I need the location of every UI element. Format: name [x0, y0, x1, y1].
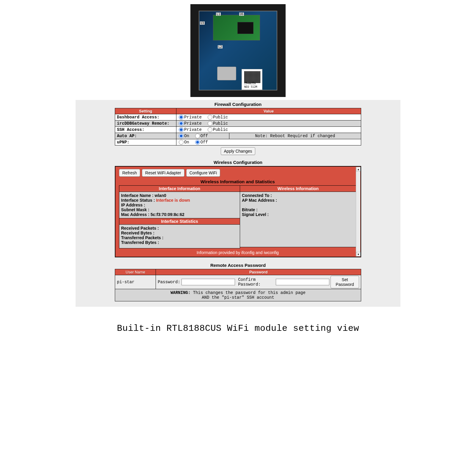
- qr-serial: 23480520: [244, 82, 256, 85]
- iface-ip: IP Address :: [121, 203, 238, 207]
- username-value: pi-star: [115, 275, 156, 289]
- ap-mac: AP Mac Address :: [242, 198, 354, 203]
- pcb-label-u3: U3: [200, 21, 205, 25]
- iface-info-body: Interface Name : wlan0 Interface Status …: [119, 192, 240, 218]
- col-username: User Name: [115, 269, 156, 275]
- ircddb-private-radio[interactable]: [179, 121, 184, 126]
- confirm-password-label: Confirm Password:: [238, 277, 274, 287]
- public-label: Public: [213, 115, 228, 120]
- tx-bytes: Transferred Bytes :: [121, 240, 238, 245]
- iface-stats-body: Received Packets : Received Bytes : Tran…: [119, 225, 240, 248]
- wireless-heading: Wireless Configuration: [76, 158, 400, 166]
- rx-packets: Received Packets :: [121, 226, 238, 231]
- ircddb-remote-label: ircDDBGateway Remote:: [115, 120, 176, 127]
- wireless-subheading: Wireless Information and Statistics: [119, 178, 356, 185]
- dashboard-access-label: Dashboard Access:: [115, 114, 176, 120]
- autoap-note: Note: Reboot Required if changed: [229, 133, 361, 139]
- scroll-up-icon[interactable]: ▴: [356, 167, 361, 171]
- private-label: Private: [184, 115, 202, 120]
- bitrate: Bitrate :: [242, 207, 354, 212]
- qr-model: NEO 512M: [244, 85, 257, 88]
- remote-password-table: User Name Password pi-star Password: Con…: [115, 269, 361, 301]
- pcb-label-l2: L2: [218, 45, 223, 48]
- autoap-on-radio[interactable]: [179, 134, 184, 138]
- tx-packets: Transferred Packets :: [121, 235, 238, 240]
- dashboard-access-private-radio[interactable]: [179, 115, 184, 120]
- upnp-off-radio[interactable]: [195, 140, 200, 145]
- wireless-footer: Information provided by ifconfig and iwc…: [119, 248, 356, 255]
- rx-bytes: Received Bytes :: [121, 231, 238, 235]
- password-input[interactable]: [181, 279, 235, 285]
- firewall-table: Setting Value Dashboard Access: Private …: [115, 108, 361, 145]
- iface-name: wlan0: [155, 193, 166, 198]
- signal-level: Signal Level :: [242, 212, 354, 217]
- confirm-password-input[interactable]: [276, 279, 330, 285]
- pcb-label-l1: L1: [216, 12, 221, 16]
- wireless-info-header: Wireless Information: [240, 185, 356, 192]
- iface-status: Interface is down: [156, 198, 190, 203]
- ssh-private-radio[interactable]: [179, 127, 184, 132]
- col-value: Value: [176, 108, 361, 114]
- ircddb-public-radio[interactable]: [208, 121, 212, 126]
- pcb-label-u6: U6: [239, 12, 244, 16]
- firewall-heading: Firewall Configuration: [76, 100, 400, 108]
- password-label: Password:: [158, 280, 180, 284]
- ssh-access-label: SSH Access:: [115, 127, 176, 133]
- connected-to: Connected To :: [242, 193, 354, 198]
- iface-stats-header: Interface Statistics: [119, 218, 240, 225]
- col-setting: Setting: [115, 108, 176, 114]
- reset-wifi-button[interactable]: Reset WiFi Adapter: [142, 169, 184, 177]
- apply-changes-button[interactable]: Apply Changes: [221, 147, 256, 155]
- iface-subnet: Subnet Mask :: [121, 207, 238, 212]
- wireless-panel: ▴ ▾ Refresh Reset WiFi Adapter Configure…: [115, 166, 361, 257]
- iface-info-header: Interface Information: [119, 185, 240, 192]
- autoap-off-radio[interactable]: [195, 134, 200, 138]
- autoap-label: Auto AP:: [115, 133, 176, 139]
- remote-heading: Remote Access Password: [76, 257, 400, 269]
- configure-wifi-button[interactable]: Configure WiFi: [186, 169, 220, 177]
- upnp-on-radio[interactable]: [179, 140, 184, 145]
- set-password-button[interactable]: Set Password: [331, 276, 359, 288]
- col-password: Password: [156, 269, 361, 275]
- upnp-label: uPNP:: [115, 139, 176, 145]
- dashboard-access-public-radio[interactable]: [208, 115, 212, 120]
- iface-mac: 5c:f3:70:09:8c:62: [151, 212, 184, 217]
- scroll-down-icon[interactable]: ▾: [356, 252, 361, 256]
- ssh-public-radio[interactable]: [208, 127, 212, 132]
- board-photo: L1 U6 U3 L2 23480520 NEO 512M: [190, 4, 286, 97]
- figure-caption: Built-in RTL8188CUS WiFi module setting …: [76, 323, 400, 333]
- wireless-scrollbar[interactable]: ▴ ▾: [356, 167, 360, 256]
- password-warning: WARNING: This changes the password for t…: [115, 289, 361, 301]
- wireless-info-body: Connected To : AP Mac Address : Bitrate …: [240, 192, 356, 247]
- refresh-button[interactable]: Refresh: [119, 169, 140, 177]
